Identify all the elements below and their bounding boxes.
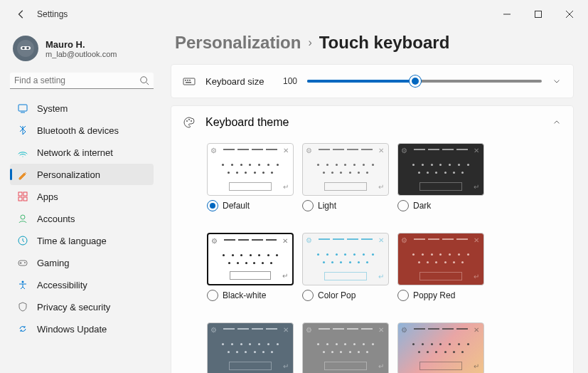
- theme-name: Black-white: [223, 290, 266, 300]
- avatar: [13, 36, 38, 61]
- chevron-down-icon[interactable]: [552, 77, 560, 85]
- sidebar-item-label: Time & language: [37, 236, 107, 246]
- sidebar-item-label: Bluetooth & devices: [37, 125, 119, 136]
- gear-icon: ⚙: [211, 237, 218, 245]
- theme-preview: ⚙✕↵: [397, 233, 484, 285]
- profile[interactable]: Mauro H. m_lab@outlook.com: [10, 33, 154, 71]
- gear-icon: ⚙: [401, 147, 407, 154]
- theme-preview: ⚙✕↵: [207, 233, 294, 285]
- nav-icon: [17, 125, 28, 136]
- keyboard-size-slider[interactable]: [307, 80, 542, 83]
- theme-preview: ⚙✕↵: [302, 322, 389, 373]
- search-box[interactable]: [10, 73, 154, 89]
- theme-radio[interactable]: Dark: [397, 200, 484, 211]
- x-icon: ✕: [282, 237, 288, 245]
- svg-point-18: [22, 281, 24, 283]
- palette-icon: [183, 116, 196, 129]
- nav-icon: [17, 279, 28, 290]
- x-icon: ✕: [283, 147, 289, 154]
- sidebar-item-personalization[interactable]: Personalization: [10, 164, 154, 185]
- theme-radio[interactable]: Light: [302, 200, 389, 211]
- enter-icon: ↵: [474, 362, 479, 370]
- x-icon: ✕: [474, 147, 479, 154]
- svg-rect-23: [186, 82, 191, 83]
- enter-icon: ↵: [283, 362, 289, 370]
- sidebar-item-label: Accounts: [37, 214, 75, 224]
- sidebar-item-accounts[interactable]: Accounts: [10, 208, 154, 229]
- chevron-right-icon: ›: [308, 36, 311, 49]
- keyboard-size-label: Keyboard size: [205, 76, 264, 87]
- theme-preview: ⚙✕↵: [207, 143, 294, 196]
- gear-icon: ⚙: [210, 326, 217, 334]
- x-icon: ✕: [378, 147, 384, 154]
- window-title: Settings: [37, 9, 68, 19]
- sidebar-item-label: Apps: [37, 191, 58, 202]
- back-button[interactable]: [11, 4, 31, 24]
- enter-icon: ↵: [474, 273, 479, 280]
- sidebar-item-network-internet[interactable]: Network & internet: [10, 142, 154, 163]
- svg-rect-13: [23, 197, 27, 201]
- theme-radio[interactable]: Color Pop: [302, 290, 389, 301]
- minimize-button[interactable]: [491, 4, 523, 25]
- chevron-up-icon[interactable]: [552, 118, 560, 126]
- sidebar-item-gaming[interactable]: Gaming: [10, 252, 154, 273]
- svg-rect-19: [183, 78, 195, 85]
- enter-icon: ↵: [378, 362, 384, 370]
- x-icon: ✕: [283, 326, 289, 334]
- theme-black-white[interactable]: ⚙✕↵Black-white: [207, 233, 294, 301]
- maximize-button[interactable]: [523, 4, 554, 25]
- theme-radio[interactable]: Black-white: [207, 290, 294, 301]
- sidebar-item-label: Gaming: [37, 258, 70, 268]
- theme-ice-blue[interactable]: ⚙✕↵Ice Blue: [207, 322, 294, 373]
- theme-preview: ⚙✕↵: [397, 322, 484, 373]
- sidebar-item-windows-update[interactable]: Windows Update: [10, 318, 154, 340]
- sidebar-item-privacy-security[interactable]: Privacy & security: [10, 296, 154, 317]
- sidebar-item-label: Privacy & security: [37, 302, 110, 312]
- keyboard-size-card[interactable]: Keyboard size 100: [171, 64, 574, 98]
- profile-name: Mauro H.: [46, 39, 117, 50]
- enter-icon: ↵: [282, 272, 288, 280]
- theme-radio[interactable]: Default: [207, 200, 294, 211]
- theme-radio[interactable]: Poppy Red: [397, 290, 484, 301]
- nav-icon: [17, 103, 28, 114]
- breadcrumb-parent[interactable]: Personalization: [175, 33, 301, 53]
- enter-icon: ↵: [283, 183, 289, 191]
- theme-tangerine-tides[interactable]: ⚙✕↵Tangerine Tides: [397, 322, 484, 373]
- theme-name: Light: [318, 201, 336, 211]
- theme-poppy-red[interactable]: ⚙✕↵Poppy Red: [397, 233, 484, 301]
- theme-name: Default: [223, 201, 250, 211]
- breadcrumb: Personalization › Touch keyboard: [171, 33, 574, 64]
- nav-icon: [17, 235, 28, 246]
- theme-platinum[interactable]: ⚙✕↵Platinum: [302, 322, 389, 373]
- theme-light[interactable]: ⚙✕↵Light: [302, 143, 389, 211]
- enter-icon: ↵: [378, 273, 384, 280]
- theme-dark[interactable]: ⚙✕↵Dark: [397, 143, 484, 211]
- sidebar-item-apps[interactable]: Apps: [10, 186, 154, 207]
- keyboard-theme-header[interactable]: Keyboard theme: [183, 116, 562, 143]
- theme-default[interactable]: ⚙✕↵Default: [207, 143, 294, 211]
- svg-line-7: [146, 83, 149, 85]
- close-button[interactable]: [554, 4, 585, 25]
- search-icon: [139, 75, 149, 85]
- sidebar-item-accessibility[interactable]: Accessibility: [10, 274, 154, 295]
- svg-point-17: [24, 262, 26, 263]
- svg-point-5: [26, 47, 29, 50]
- keyboard-size-value: 100: [283, 76, 297, 86]
- nav-icon: [17, 257, 28, 268]
- svg-point-25: [188, 119, 190, 120]
- sidebar-item-label: Accessibility: [37, 280, 87, 290]
- x-icon: ✕: [378, 326, 384, 334]
- keyboard-size-icon: [183, 75, 196, 88]
- theme-color-pop[interactable]: ⚙✕↵Color Pop: [302, 233, 389, 301]
- keyboard-theme-card: Keyboard theme ⚙✕↵Default⚙✕↵Light⚙✕↵Dark…: [171, 105, 574, 373]
- radio-icon: [397, 200, 409, 211]
- sidebar-item-system[interactable]: System: [10, 98, 154, 119]
- search-input[interactable]: [14, 75, 139, 85]
- x-icon: ✕: [474, 326, 479, 334]
- svg-point-4: [22, 47, 25, 50]
- sidebar-item-bluetooth-devices[interactable]: Bluetooth & devices: [10, 120, 154, 141]
- svg-point-24: [186, 120, 188, 122]
- theme-name: Dark: [413, 201, 431, 211]
- sidebar-item-time-language[interactable]: Time & language: [10, 230, 154, 251]
- sidebar-item-label: System: [37, 103, 68, 114]
